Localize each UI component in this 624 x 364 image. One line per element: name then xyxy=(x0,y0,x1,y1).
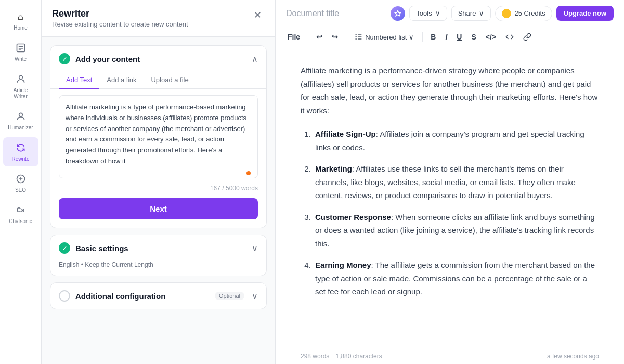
char-count-stat: 1,880 characters xyxy=(335,353,382,360)
tab-add-text[interactable]: Add Text xyxy=(59,72,99,89)
chevron-down-icon: ∨ xyxy=(479,9,484,17)
footer-timestamp: a few seconds ago xyxy=(547,353,599,360)
redo-button[interactable]: ↪ xyxy=(328,30,342,44)
panel-header: Rewriter Revise existing content to crea… xyxy=(42,0,275,37)
add-content-header[interactable]: ✓ Add your content ∧ xyxy=(50,46,266,72)
tools-button[interactable]: Tools ∨ xyxy=(409,6,447,21)
chevron-down-icon: ∨ xyxy=(252,291,258,301)
list-item-title: Marketing xyxy=(315,164,352,173)
draw-in-link: draw in xyxy=(468,191,493,200)
sidebar: ⌂ Home Write Article Writer Humanizer Re… xyxy=(0,0,42,364)
sidebar-item-label: Chatsonic xyxy=(9,218,32,225)
sidebar-item-article-writer[interactable]: Article Writer xyxy=(3,69,38,104)
credits-button[interactable]: 25 Credits xyxy=(495,6,552,21)
file-button[interactable]: File xyxy=(284,30,304,44)
chatsonic-icon: Cs xyxy=(15,204,27,216)
additional-config-header[interactable]: Additional configuration Optional ∨ xyxy=(50,283,266,309)
toolbar-separator xyxy=(308,32,308,42)
home-icon: ⌂ xyxy=(15,10,27,23)
upgrade-button[interactable]: Upgrade now xyxy=(556,6,614,21)
write-icon xyxy=(15,42,27,54)
footer-stats: 298 words 1,880 characters xyxy=(301,353,382,360)
list-item-title: Earning Money xyxy=(315,261,371,269)
link-icon xyxy=(523,33,531,41)
additional-config-title: Additional configuration xyxy=(75,292,165,301)
sidebar-item-label: Rewrite xyxy=(12,156,30,162)
share-button[interactable]: Share ∨ xyxy=(451,6,491,21)
editor-footer: 298 words 1,880 characters a few seconds… xyxy=(276,348,624,364)
additional-config-card: Additional configuration Optional ∨ xyxy=(50,282,267,309)
list-item: Affiliate Sign-Up: Affiliates join a com… xyxy=(313,127,599,154)
svg-point-5 xyxy=(19,113,22,116)
sidebar-item-label: Humanizer xyxy=(8,125,33,131)
list-item: Customer Response: When someone clicks a… xyxy=(313,211,599,251)
tab-upload-file[interactable]: Upload a file xyxy=(144,72,196,89)
chevron-down-icon: ∨ xyxy=(252,243,258,253)
document-title[interactable]: Document title xyxy=(286,9,339,18)
code-inline-button[interactable]: </> xyxy=(482,30,500,44)
add-content-card: ✓ Add your content ∧ Add Text Add a link… xyxy=(50,45,267,228)
next-button[interactable]: Next xyxy=(59,198,258,219)
list-item: Marketing: Affiliates use these links to… xyxy=(313,162,599,202)
sidebar-item-home[interactable]: ⌂ Home xyxy=(3,6,38,35)
panel-title: Rewriter xyxy=(52,8,188,19)
sidebar-item-humanizer[interactable]: Humanizer xyxy=(3,106,38,135)
topbar-right: Tools ∨ Share ∨ 25 Credits Upgrade now xyxy=(391,6,614,21)
sidebar-item-chatsonic[interactable]: Cs Chatsonic xyxy=(3,200,38,229)
sidebar-item-write[interactable]: Write xyxy=(3,37,38,67)
sidebar-item-rewrite[interactable]: Rewrite xyxy=(3,137,38,166)
toolbar-separator xyxy=(346,32,346,42)
chevron-down-icon: ∨ xyxy=(409,33,414,41)
tab-add-link[interactable]: Add a link xyxy=(99,72,144,89)
numbered-list-icon xyxy=(355,33,363,41)
editor-panel: Document title Tools ∨ Share ∨ 25 Credit… xyxy=(276,0,624,364)
textarea-wrapper: Affiliate marketing is a type of perform… xyxy=(59,95,258,180)
add-content-header-left: ✓ Add your content xyxy=(59,53,140,64)
content-textarea[interactable]: Affiliate marketing is a type of perform… xyxy=(59,95,258,178)
close-button[interactable]: ✕ xyxy=(251,8,265,22)
basic-settings-title: Basic settings xyxy=(75,244,128,253)
list-item-title: Affiliate Sign-Up xyxy=(315,129,376,138)
additional-config-header-left: Additional configuration xyxy=(59,290,165,302)
tab-bar: Add Text Add a link Upload a file xyxy=(50,72,266,89)
chevron-up-icon: ∧ xyxy=(252,54,258,64)
strikethrough-button[interactable]: S xyxy=(467,30,479,44)
basic-settings-subtitle: English • Keep the Current Length xyxy=(50,261,266,276)
sidebar-item-label: Home xyxy=(14,25,28,31)
article-writer-icon xyxy=(15,73,27,85)
list-item: Earning Money: The affiliate gets a comm… xyxy=(313,258,599,298)
humanizer-icon xyxy=(15,110,27,123)
undo-button[interactable]: ↩ xyxy=(313,30,326,44)
basic-settings-header[interactable]: ✓ Basic settings ∨ xyxy=(50,235,266,261)
orange-dot-indicator xyxy=(246,171,251,175)
rewriter-panel: Rewriter Revise existing content to crea… xyxy=(42,0,276,364)
optional-badge: Optional xyxy=(215,292,244,300)
coin-icon xyxy=(502,9,511,18)
italic-button[interactable]: I xyxy=(441,30,451,44)
word-count: 167 / 5000 words xyxy=(50,185,266,196)
underline-button[interactable]: U xyxy=(453,30,465,44)
numbered-list: Affiliate Sign-Up: Affiliates join a com… xyxy=(301,127,599,298)
panel-subtitle: Revise existing content to create new co… xyxy=(52,20,188,28)
panel-body: ✓ Add your content ∧ Add Text Add a link… xyxy=(42,37,275,364)
sidebar-item-label: SEO xyxy=(15,187,26,193)
link-button[interactable] xyxy=(519,30,535,44)
seo-icon xyxy=(15,173,27,185)
numbered-list-button[interactable]: Numbered list ∨ xyxy=(350,30,418,44)
basic-settings-header-left: ✓ Basic settings xyxy=(59,242,128,254)
empty-circle-icon xyxy=(59,290,70,302)
code-block-button[interactable] xyxy=(502,30,517,44)
editor-toolbar: File ↩ ↪ Numbered list ∨ B I U S </> xyxy=(276,27,624,47)
sidebar-item-label: Article Writer xyxy=(6,87,35,100)
rewrite-icon xyxy=(15,141,27,154)
list-item-text: : Affiliates use these links to sell the… xyxy=(315,164,576,200)
sidebar-item-seo[interactable]: SEO xyxy=(3,168,38,198)
sidebar-item-label: Write xyxy=(15,56,27,62)
editor-intro-text: Affiliate marketing is a performance-dri… xyxy=(301,64,599,117)
check-circle-icon: ✓ xyxy=(59,242,70,254)
editor-topbar: Document title Tools ∨ Share ∨ 25 Credit… xyxy=(276,0,624,27)
bold-button[interactable]: B xyxy=(427,30,439,44)
add-content-title: Add your content xyxy=(75,55,140,63)
check-circle-icon: ✓ xyxy=(59,53,70,64)
editor-content: Affiliate marketing is a performance-dri… xyxy=(276,47,624,348)
